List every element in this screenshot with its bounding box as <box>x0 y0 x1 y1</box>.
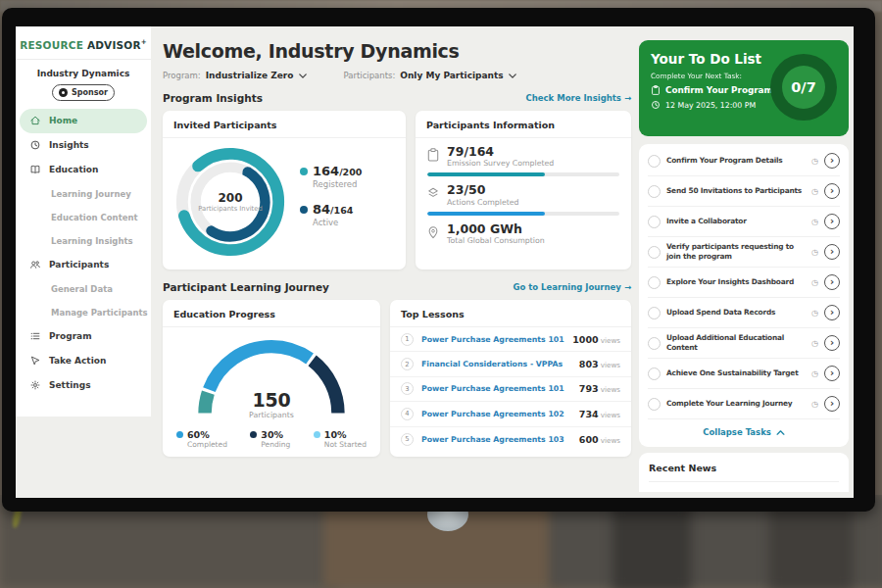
sidebar-item-education[interactable]: Education <box>16 158 151 182</box>
sidebar-item-education-content[interactable]: Education Content <box>16 206 151 229</box>
clock-small-icon: ◷ <box>811 278 818 287</box>
lesson-link[interactable]: Financial Considerations - VPPAs <box>421 360 579 368</box>
sidebar-item-manage-participants[interactable]: Manage Participants <box>16 301 151 324</box>
task-checkbox[interactable] <box>648 398 661 411</box>
education-progress-card: Education Progress 150 Participants <box>163 300 380 457</box>
main-content: Welcome, Industry Dynamics Program: Indu… <box>151 26 639 498</box>
clock-small-icon: ◷ <box>811 400 818 409</box>
legend-registered: 164/200 Registered <box>300 164 362 189</box>
task-chevron-button[interactable]: › <box>824 396 840 412</box>
task-row[interactable]: Upload Additional Educational Content ◷ … <box>648 328 840 359</box>
sidebar-item-learning-journey[interactable]: Learning Journey <box>16 182 151 206</box>
task-row[interactable]: Confirm Your Program Details ◷ › <box>648 146 840 176</box>
sidebar-divider <box>16 59 151 60</box>
task-checkbox[interactable] <box>648 246 661 259</box>
gauge-total: 150 <box>194 389 349 411</box>
task-row[interactable]: Invite a Collaborator ◷ › <box>648 207 840 237</box>
task-chevron-button[interactable]: › <box>824 214 840 229</box>
go-to-learning-journey-link[interactable]: Go to Learning Journey → <box>513 282 631 292</box>
program-select[interactable]: Program: Industrialize Zero <box>163 71 307 80</box>
sidebar-item-take-action[interactable]: Take Action <box>16 349 151 373</box>
task-checkbox[interactable] <box>648 368 661 380</box>
task-row[interactable]: Explore Your Insights Dashboard ◷ › <box>648 268 840 298</box>
check-more-insights-link[interactable]: Check More Insights → <box>526 93 631 103</box>
lesson-row: 1 Power Purchase Agreements 101 1000view… <box>390 327 631 352</box>
stat-emission-survey: 79/164 Emission Survey Completed <box>427 145 619 168</box>
legend-not-started: 10% Not Started <box>314 429 367 449</box>
lesson-link[interactable]: Power Purchase Agreements 101 <box>421 384 579 393</box>
sidebar-item-home[interactable]: Home <box>20 109 147 133</box>
task-row[interactable]: Verify participants requesting to join t… <box>648 237 840 268</box>
book-icon <box>29 164 41 175</box>
learning-journey-heading: Participant Learning Journey <box>163 281 329 293</box>
clock-small-icon: ◷ <box>811 248 818 257</box>
chevron-down-icon <box>299 74 307 78</box>
monitor-bezel: RESOURCE ADVISOR+ Industry Dynamics Spon… <box>2 8 875 512</box>
chevron-down-icon <box>509 74 516 78</box>
task-row[interactable]: Achieve One Sustainability Target ◷ › <box>648 359 840 389</box>
lesson-link[interactable]: Power Purchase Agreements 103 <box>421 435 579 444</box>
sidebar-item-learning-insights[interactable]: Learning Insights <box>16 229 151 253</box>
task-chevron-button[interactable]: › <box>824 274 840 290</box>
actions-progress-bar <box>427 212 619 216</box>
task-row[interactable]: Upload Spend Data Records ◷ › <box>648 298 840 328</box>
gauge-legend: 60% Completed 30% Pending 10% Not Starte… <box>163 419 380 449</box>
invited-participants-card: Invited Participants 200 <box>163 111 406 270</box>
task-chevron-button[interactable]: › <box>824 335 840 351</box>
clock-small-icon: ◷ <box>811 187 818 196</box>
task-list-card: Confirm Your Program Details ◷ › Send 50… <box>639 144 849 447</box>
arrow-right-icon: → <box>624 93 631 103</box>
task-checkbox[interactable] <box>648 276 661 289</box>
task-chevron-button[interactable]: › <box>824 153 840 169</box>
pointer-icon <box>29 355 41 367</box>
people-icon <box>29 259 41 270</box>
recent-news-card: Recent News <box>639 453 849 492</box>
task-checkbox[interactable] <box>648 337 661 350</box>
sidebar-item-general-data[interactable]: General Data <box>16 277 151 301</box>
lesson-row: 4 Power Purchase Agreements 102 734views <box>390 402 631 426</box>
lesson-link[interactable]: Power Purchase Agreements 101 <box>421 335 572 344</box>
location-pin-icon <box>427 225 439 239</box>
sidebar-item-participants[interactable]: Participants <box>16 253 151 277</box>
task-chevron-button[interactable]: › <box>824 244 840 260</box>
participants-select[interactable]: Participants: Only My Participants <box>344 71 516 80</box>
sidebar-item-settings[interactable]: Settings <box>16 373 151 398</box>
lesson-row: 2 Financial Considerations - VPPAs 803vi… <box>390 352 631 376</box>
task-checkbox[interactable] <box>648 185 661 198</box>
sidebar-item-program[interactable]: Program <box>16 324 151 349</box>
invited-participants-donut-chart: 200 Participants Invited <box>172 144 288 260</box>
lesson-row: 3 Power Purchase Agreements 101 793views <box>390 377 631 402</box>
sidebar-item-insights[interactable]: Insights <box>16 133 151 158</box>
task-row[interactable]: Complete Your Learning Journey ◷ › <box>648 389 840 419</box>
task-chevron-button[interactable]: › <box>824 366 840 381</box>
todo-panel: Your To Do List Complete Your Next Task:… <box>639 26 854 498</box>
arrow-right-icon: → <box>624 282 631 292</box>
lesson-link[interactable]: Power Purchase Agreements 102 <box>421 410 579 418</box>
gear-icon <box>29 379 41 391</box>
task-checkbox[interactable] <box>648 155 661 168</box>
page-title: Welcome, Industry Dynamics <box>163 40 631 62</box>
clock-small-icon: ◷ <box>811 309 818 318</box>
lightblue-dot-icon <box>314 431 320 438</box>
participants-information-card: Participants Information 79/164 Emission… <box>416 111 631 270</box>
task-chevron-button[interactable]: › <box>824 183 840 199</box>
clock-small-icon: ◷ <box>811 218 818 226</box>
todo-progress-ring: 0/7 <box>770 54 837 121</box>
collapse-tasks-link[interactable]: Collapse Tasks <box>648 419 840 443</box>
clock-small-icon: ◷ <box>811 157 818 166</box>
navy-dot-icon <box>250 431 257 438</box>
emission-progress-bar <box>427 172 619 176</box>
app-logo: RESOURCE ADVISOR+ <box>16 36 151 59</box>
darkblue-dot-icon <box>300 206 308 214</box>
task-chevron-button[interactable]: › <box>824 305 840 320</box>
filters-row: Program: Industrialize Zero Participants… <box>163 71 631 80</box>
task-checkbox[interactable] <box>648 307 661 319</box>
task-row[interactable]: Send 50 Invitations to Participants ◷ › <box>648 176 840 207</box>
task-checkbox[interactable] <box>648 216 661 228</box>
insights-icon <box>29 139 41 151</box>
sponsor-badge: Sponsor <box>52 84 115 101</box>
program-insights-heading: Program Insights <box>163 92 263 104</box>
teal-dot-icon <box>300 168 308 175</box>
clock-icon <box>651 100 661 110</box>
home-icon <box>29 115 41 126</box>
